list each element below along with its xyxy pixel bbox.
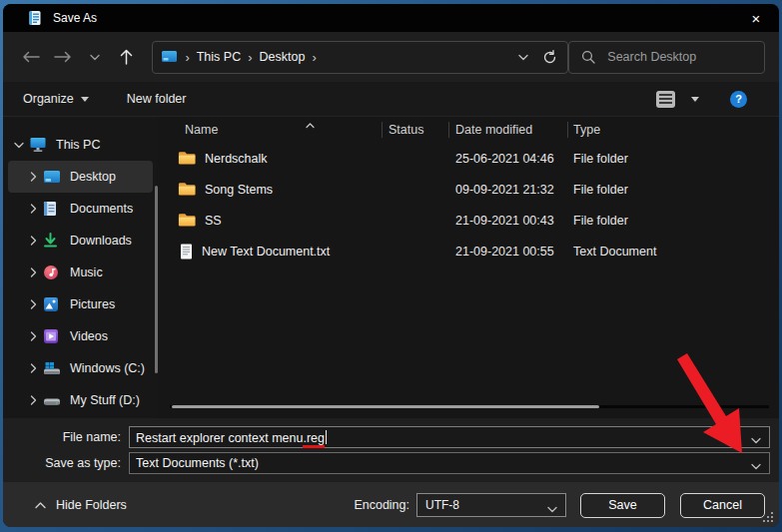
pictures-icon bbox=[43, 296, 59, 312]
sidebar-item-documents[interactable]: Documents bbox=[8, 193, 153, 225]
sidebar-item-desktop[interactable]: Desktop bbox=[8, 161, 153, 193]
documents-icon bbox=[43, 201, 57, 217]
close-icon: × bbox=[752, 10, 761, 27]
table-row[interactable]: Song Stems 09-09-2021 21:32 File folder bbox=[158, 174, 779, 205]
column-header-status[interactable]: Status bbox=[382, 117, 448, 143]
windows-drive-icon bbox=[43, 360, 61, 376]
column-header-date-modified[interactable]: Date modified bbox=[448, 117, 567, 143]
folder-icon bbox=[178, 182, 196, 197]
search-placeholder: Search Desktop bbox=[607, 50, 696, 64]
music-icon bbox=[43, 265, 59, 280]
sidebar-item-videos[interactable]: Videos bbox=[8, 320, 153, 352]
column-header-name[interactable]: Name bbox=[158, 117, 382, 143]
sidebar-item-windows-c[interactable]: Windows (C:) bbox=[8, 352, 153, 384]
organize-button[interactable]: Organize bbox=[23, 92, 89, 106]
horizontal-scrollbar-thumb[interactable] bbox=[172, 405, 599, 408]
recent-locations-button[interactable] bbox=[85, 47, 105, 67]
chevron-down-icon bbox=[90, 54, 100, 61]
file-name-label: File name: bbox=[3, 430, 129, 444]
encoding-value: UTF-8 bbox=[425, 498, 459, 512]
downloads-icon bbox=[43, 233, 58, 249]
dialog-footer: Hide Folders Encoding: UTF-8 Save Cancel bbox=[3, 482, 779, 527]
back-arrow-icon bbox=[22, 51, 40, 63]
videos-icon bbox=[43, 328, 59, 344]
save-as-type-value: Text Documents (*.txt) bbox=[136, 456, 259, 470]
this-pc-icon bbox=[161, 50, 178, 64]
refresh-icon[interactable] bbox=[542, 50, 557, 65]
up-arrow-icon bbox=[120, 49, 133, 65]
breadcrumb-this-pc[interactable]: This PC bbox=[197, 50, 241, 64]
help-icon[interactable]: ? bbox=[730, 91, 747, 108]
chevron-right-icon bbox=[30, 299, 37, 309]
forward-arrow-icon bbox=[54, 51, 72, 63]
file-name-dropdown-icon[interactable] bbox=[751, 433, 761, 447]
encoding-label: Encoding: bbox=[354, 498, 409, 512]
hide-folders-button[interactable]: Hide Folders bbox=[35, 498, 127, 512]
back-button[interactable] bbox=[21, 47, 41, 67]
resize-grip[interactable] bbox=[767, 516, 769, 518]
breadcrumb-separator-icon: › bbox=[312, 51, 316, 64]
close-button[interactable]: × bbox=[733, 4, 779, 32]
new-folder-button[interactable]: New folder bbox=[127, 92, 187, 106]
address-dropdown-icon[interactable] bbox=[518, 54, 528, 61]
save-as-type-select[interactable]: Text Documents (*.txt) bbox=[129, 452, 770, 474]
folder-icon bbox=[178, 151, 196, 166]
encoding-select[interactable]: UTF-8 bbox=[416, 493, 566, 517]
notepad-app-icon bbox=[27, 10, 43, 26]
chevron-up-icon bbox=[35, 502, 46, 509]
navigation-bar: › This PC › Desktop › Search Desktop bbox=[3, 32, 779, 82]
folder-icon bbox=[178, 213, 196, 228]
chevron-right-icon bbox=[30, 331, 37, 341]
file-name-extension-underlined: .reg bbox=[303, 431, 325, 448]
horizontal-scrollbar[interactable] bbox=[170, 405, 769, 408]
sidebar-item-this-pc[interactable]: This PC bbox=[8, 129, 153, 161]
chevron-right-icon bbox=[30, 395, 37, 405]
view-mode-button[interactable] bbox=[656, 91, 675, 108]
save-as-dialog: Save As × bbox=[3, 4, 779, 527]
file-name-input[interactable]: Restart explorer context menu.reg bbox=[129, 426, 770, 448]
drive-icon bbox=[43, 392, 61, 408]
table-row[interactable]: New Text Document.txt 21-09-2021 00:55 T… bbox=[158, 236, 779, 266]
sidebar-item-downloads[interactable]: Downloads bbox=[8, 225, 153, 257]
table-row[interactable]: Nerdschalk 25-06-2021 04:46 File folder bbox=[158, 143, 779, 174]
search-input[interactable]: Search Desktop bbox=[568, 41, 765, 74]
desktop-icon bbox=[43, 170, 61, 184]
breadcrumb-desktop[interactable]: Desktop bbox=[260, 50, 306, 64]
encoding-dropdown-icon bbox=[547, 502, 557, 516]
sidebar-item-pictures[interactable]: Pictures bbox=[8, 288, 153, 320]
title-bar: Save As × bbox=[3, 4, 779, 32]
save-button[interactable]: Save bbox=[580, 493, 665, 518]
search-icon bbox=[581, 50, 595, 64]
file-name-section: File name: Restart explorer context menu… bbox=[3, 418, 779, 482]
chevron-right-icon bbox=[30, 236, 37, 246]
text-file-icon bbox=[180, 244, 193, 260]
file-name-value: Restart explorer context menu bbox=[136, 431, 303, 445]
view-mode-dropdown-icon[interactable] bbox=[691, 97, 699, 102]
navigation-pane: This PC Desktop Documents bbox=[3, 117, 158, 418]
breadcrumb-separator-icon: › bbox=[185, 51, 189, 64]
up-button[interactable] bbox=[117, 47, 137, 67]
column-headers: Name Status Date modified Type bbox=[158, 117, 779, 143]
this-pc-icon bbox=[29, 137, 47, 153]
chevron-right-icon bbox=[30, 172, 37, 182]
save-as-type-label: Save as type: bbox=[3, 456, 129, 470]
file-list-pane: Name Status Date modified Type Nerdschal… bbox=[158, 117, 779, 418]
chevron-right-icon bbox=[30, 204, 37, 214]
table-row[interactable]: SS 21-09-2021 00:43 File folder bbox=[158, 205, 779, 236]
sidebar-item-my-stuff-d[interactable]: My Stuff (D:) bbox=[8, 384, 153, 416]
text-cursor bbox=[326, 430, 327, 444]
chevron-down-icon bbox=[81, 97, 89, 102]
sidebar-item-music[interactable]: Music bbox=[8, 257, 153, 288]
address-bar[interactable]: › This PC › Desktop › bbox=[152, 41, 568, 74]
dialog-content: This PC Desktop Documents bbox=[3, 117, 779, 418]
save-as-type-dropdown-icon[interactable] bbox=[751, 459, 761, 473]
cancel-button[interactable]: Cancel bbox=[680, 493, 765, 518]
chevron-right-icon bbox=[30, 363, 37, 373]
forward-button[interactable] bbox=[53, 47, 73, 67]
column-header-type[interactable]: Type bbox=[567, 117, 779, 143]
chevron-right-icon bbox=[30, 267, 37, 277]
breadcrumb-separator-icon: › bbox=[248, 51, 252, 64]
chevron-down-icon bbox=[14, 142, 24, 149]
command-toolbar: Organize New folder ? bbox=[3, 82, 779, 117]
window-title: Save As bbox=[53, 11, 97, 25]
